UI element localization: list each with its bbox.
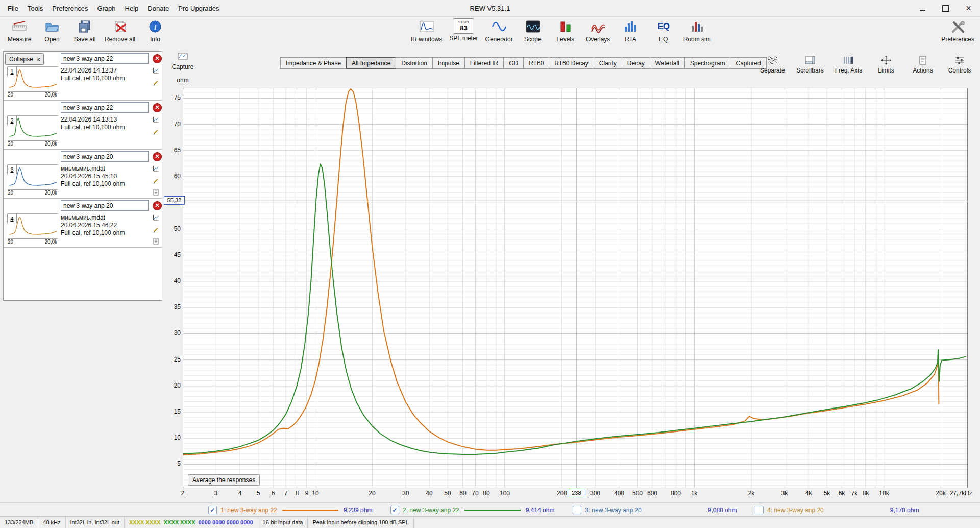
delete-measurement-button[interactable]: ✕ (153, 152, 162, 161)
legend-value: 9,239 ohm (344, 507, 373, 514)
tab-gd[interactable]: GD (503, 57, 524, 69)
menu-graph[interactable]: Graph (92, 5, 120, 12)
remove-all-button[interactable]: Remove all (102, 17, 138, 49)
open-folder-icon (44, 18, 60, 35)
limits-button[interactable]: Limits (872, 53, 900, 75)
toolbar-label: IR windows (411, 36, 442, 43)
collapse-chevron-icon: « (37, 56, 40, 63)
tab-waterfall[interactable]: Waterfall (650, 57, 685, 69)
measurement-name-input[interactable] (61, 200, 149, 211)
tab-impedance-phase[interactable]: Impedance & Phase (280, 57, 347, 69)
x-tick-label: 5k (824, 490, 830, 497)
rta-button[interactable]: RTA (616, 17, 646, 49)
measure-button[interactable]: Measure (4, 17, 35, 49)
delete-measurement-button[interactable]: ✕ (153, 54, 162, 63)
chart-icon[interactable] (153, 214, 159, 223)
legend-checkbox[interactable]: ✓ (208, 506, 217, 514)
chart-icon[interactable] (153, 67, 159, 76)
tab-rt60-decay[interactable]: RT60 Decay (549, 57, 594, 69)
tab-spectrogram[interactable]: Spectrogram (684, 57, 731, 69)
measurement-card[interactable]: ✕ 2 20 20,0k 22.04.2026 14:13:13 Full ca… (4, 101, 162, 150)
menu-donate[interactable]: Donate (143, 5, 174, 12)
tab-clarity[interactable]: Clarity (594, 57, 622, 69)
levels-button[interactable]: Levels (550, 17, 581, 49)
measurement-datetime: 22.04.2026 14:12:37 (61, 67, 125, 75)
thumbnail-range: 20 20,0k (8, 141, 57, 147)
notes-icon[interactable] (153, 189, 159, 197)
menu-tools[interactable]: Tools (23, 5, 47, 12)
tab-rt60[interactable]: RT60 (523, 57, 549, 69)
menu-help[interactable]: Help (120, 5, 143, 12)
menu-file[interactable]: File (3, 5, 23, 12)
overlays-icon (591, 18, 606, 35)
graph-control-label: Freq. Axis (835, 67, 862, 74)
pencil-icon[interactable] (153, 79, 159, 87)
average-responses-button[interactable]: Average the responses (188, 474, 260, 486)
legend-checkbox[interactable]: ✓ (390, 506, 399, 514)
pencil-icon[interactable] (153, 177, 159, 185)
impedance-plot[interactable] (183, 88, 968, 488)
legend-item: ✓ 1: new 3-way anp 22 9,239 ohm (208, 506, 390, 514)
maximize-button[interactable] (934, 0, 957, 16)
capture-label: Capture (172, 63, 194, 70)
measurements-panel: Collapse « ✕ 1 20 20,0k 22.04.2026 14:12… (3, 51, 162, 301)
menu-preferences[interactable]: Preferences (47, 5, 92, 12)
measurement-cal: Full cal, ref 10,100 ohm (61, 124, 125, 131)
controls-button[interactable]: Controls (945, 53, 974, 75)
thumbnail-range: 20 20,0k (8, 92, 57, 98)
tab-distortion[interactable]: Distortion (396, 57, 433, 69)
scrollbars-button[interactable]: Scrollbars (795, 53, 825, 75)
x-tick-label: 60 (459, 490, 466, 497)
tab-filtered-ir[interactable]: Filtered IR (464, 57, 504, 69)
x-tick-label: 70 (472, 490, 478, 497)
range-min: 20 (8, 141, 13, 147)
toolbar-left-group: Measure Open Save all Remove all i Info (4, 17, 170, 49)
spl-meter-button[interactable]: dB SPL 83 SPL meter (447, 17, 480, 49)
tab-all-impedance[interactable]: All Impedance (346, 57, 396, 69)
freq-axis-button[interactable]: Freq. Axis (834, 53, 864, 75)
x-tick-label: 5 (257, 490, 260, 497)
thumbnail-range: 20 20,0k (8, 239, 57, 245)
collapse-button[interactable]: Collapse « (5, 53, 44, 65)
preferences-button[interactable]: Preferences (939, 17, 977, 49)
minimize-icon (920, 10, 925, 11)
legend-item: 3: new 3-way anp 20 9,080 ohm (573, 506, 755, 514)
measure-icon (12, 18, 27, 35)
capture-button[interactable]: Capture (166, 52, 199, 70)
measurement-card[interactable]: ✕ 4 20 20,0k миьмьмиь.mdat 20.04.2026 15… (4, 199, 162, 248)
x-tick-label: 4 (238, 490, 242, 497)
chart-icon[interactable] (153, 116, 159, 125)
tab-decay[interactable]: Decay (622, 57, 650, 69)
save-all-button[interactable]: Save all (69, 17, 100, 49)
separate-button[interactable]: Separate (758, 53, 787, 75)
y-tick-label: 10 (153, 434, 181, 441)
tab-impulse[interactable]: Impulse (432, 57, 465, 69)
eq-button[interactable]: EQ EQ (648, 17, 679, 49)
legend-checkbox[interactable] (755, 506, 764, 514)
close-button[interactable]: × (957, 0, 980, 16)
pencil-icon[interactable] (153, 226, 159, 234)
delete-measurement-button[interactable]: ✕ (153, 103, 162, 112)
notes-icon[interactable] (153, 238, 159, 246)
overlays-button[interactable]: Overlays (583, 17, 614, 49)
delete-measurement-button[interactable]: ✕ (153, 201, 162, 210)
cursor-freq-value[interactable]: 238 (568, 489, 585, 497)
measurement-name-input[interactable] (61, 53, 149, 64)
room-sim-button[interactable]: Room sim (681, 17, 714, 49)
cursor-ohm-value: 55,38 (164, 196, 185, 205)
scope-button[interactable]: Scope (518, 17, 548, 49)
pencil-icon[interactable] (153, 128, 159, 136)
measurement-name-input[interactable] (61, 102, 149, 113)
generator-button[interactable]: Generator (483, 17, 516, 49)
toolbar-label: EQ (659, 36, 668, 43)
open-button[interactable]: Open (37, 17, 67, 49)
info-button[interactable]: i Info (140, 17, 170, 49)
legend-checkbox[interactable] (573, 506, 581, 514)
measurement-card[interactable]: ✕ 3 20 20,0k миьмьмиь.mdat 20.04.2026 15… (4, 150, 162, 199)
measurement-name-input[interactable] (61, 151, 149, 162)
chart-icon[interactable] (153, 165, 159, 174)
minimize-button[interactable] (911, 0, 934, 16)
actions-button[interactable]: Actions (909, 53, 937, 75)
menu-pro-upgrades[interactable]: Pro Upgrades (174, 5, 224, 12)
ir-windows-button[interactable]: IR windows (408, 17, 445, 49)
